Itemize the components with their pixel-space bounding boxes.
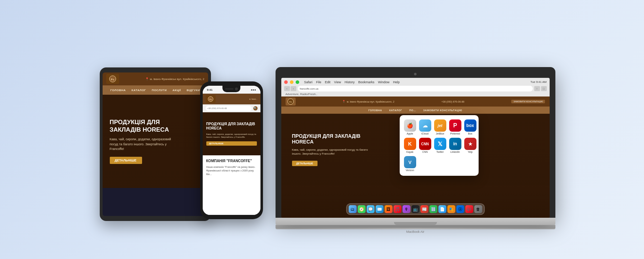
tablet-hero: ПРОДУКЦІЯ ДЛЯ ЗАКЛАДІВ HORECA Кава, чай,… [103, 95, 208, 188]
linkedin-label: LinkedIn [450, 151, 460, 153]
svg-text:Fc: Fc [111, 78, 114, 81]
tablet-menu-item-5[interactable]: ВІДГУКИ [187, 89, 200, 92]
safari-menu-edit[interactable]: Edit [325, 80, 331, 84]
phone-hero-text: Кава, чай, сиропи, додатки, одноразовий … [206, 133, 257, 139]
safari-menu-view[interactable]: View [334, 80, 341, 84]
laptop-menu-item-2[interactable]: КАТАЛОГ [389, 109, 402, 112]
tablet-screen: Fc 📍 м. Івано-Франківськ вул. Крайківськ… [103, 72, 208, 216]
phone-section2-title: КОМПАНІЯ "FRANCOFFE" [206, 159, 257, 163]
safari-topbar: Safari File Edit View History Bookmarks … [284, 79, 547, 85]
safari-url-input[interactable]: francoffe.com.ua [298, 86, 533, 91]
dropdown-icon-box[interactable]: box Box [464, 119, 476, 135]
phone-frame: 9:41 ●●● Fc м. Івано... [200, 81, 263, 219]
macbook-hinge-notch [394, 222, 437, 225]
icloud-icon: ☁ [419, 119, 431, 132]
yelp-label: Yelp [468, 151, 473, 153]
laptop-coffee-address: 📍 м. Івано-Франківськ вул. Крайківського… [342, 100, 394, 103]
browser-content: Fc 📍 м. Івано-Франківськ вул. Крайківськ… [281, 96, 550, 218]
twitter-icon: 𝕏 [434, 138, 446, 150]
tablet-menu-item-2[interactable]: КАТАЛОГ [132, 89, 146, 92]
dock-trash-icon[interactable]: 🗑 [474, 205, 482, 213]
safari-maximize-dot[interactable] [296, 80, 299, 84]
safari-menu-bookmarks[interactable]: Bookmarks [358, 80, 374, 84]
dropdown-icon-apple[interactable]: 🍎 Apple [404, 119, 416, 135]
phone-nav: Fc м. Івано... [203, 94, 260, 104]
safari-close-dot[interactable] [284, 80, 288, 84]
safari-menu-file[interactable]: File [316, 80, 321, 84]
dropdown-icon-kayak[interactable]: K Kayak [404, 138, 416, 153]
safari-menu-safari[interactable]: Safari [304, 80, 313, 84]
tablet-hero-button[interactable]: ДЕТАЛЬНІШЕ [110, 157, 142, 164]
laptop-hero-text: Кава, чай, сиропи, додатки, одноразовий … [292, 148, 371, 156]
dock-music-icon[interactable]: 🎵 [394, 205, 401, 213]
dock-itunes-icon[interactable]: 🎶 [465, 205, 473, 213]
svg-text:Fc: Fc [209, 98, 212, 100]
safari-menu-help[interactable]: Help [393, 80, 400, 84]
dock-pages-icon[interactable]: 📄 [438, 205, 446, 213]
phone-search-icon[interactable]: 🔍 [253, 106, 258, 110]
safari-forward-button[interactable]: › [291, 86, 296, 91]
pin-icon: 📍 [145, 77, 149, 81]
dock-finder-icon[interactable]: 🗂 [349, 205, 357, 213]
pinterest-label: Pinterest [450, 132, 460, 135]
tablet-logo: Fc [106, 74, 119, 84]
tablet-frame: Fc 📍 м. Івано-Франківськ вул. Крайківськ… [100, 67, 211, 221]
phone-hero-button[interactable]: ДЕТАЛЬНІШЕ [206, 141, 257, 146]
laptop-consult-button[interactable]: ЗАМОВИТИ КОНСУЛЬТАЦІЮ [511, 100, 545, 103]
safari-menu-history[interactable]: History [344, 80, 354, 84]
dropdown-icon-cnn[interactable]: CNN CNN [419, 138, 431, 153]
phone-camera [235, 88, 238, 90]
laptop-pin-icon: 📍 [342, 100, 345, 103]
macbook-camera [414, 73, 417, 75]
dock-numbers-icon[interactable]: 🔢 [429, 205, 437, 213]
cnn-label: CNN [422, 151, 428, 153]
tablet-menu-item-3[interactable]: ПОСЛУГИ [152, 89, 167, 92]
dock-safari-icon[interactable]: 🧭 [358, 205, 366, 213]
laptop-menu-item-3[interactable]: ПО... [409, 109, 416, 112]
phone-hero-title: ПРОДУКЦІЯ ДЛЯ ЗАКЛАДІВ HORECA [206, 122, 257, 131]
laptop-menu-item-4[interactable]: ЗАМОВИТИ КОНСУЛЬТАЦІЮ [423, 109, 462, 112]
dropdown-icon-verizon[interactable]: V Verizon [404, 156, 416, 171]
macbook-screen-wrapper: Safari File Edit View History Bookmarks … [276, 67, 555, 218]
phone-section2-text: Наша компанія "Francoffe" на ринку Івано… [206, 165, 257, 176]
tablet-menu-item-4[interactable]: АКЦІЇ [173, 89, 181, 92]
phone-url-input[interactable]: +38 (050) 876-06-88 [206, 106, 252, 111]
dock-mail-icon[interactable]: ✉️ [376, 205, 384, 213]
dock-keynote-icon[interactable]: 🎭 [447, 205, 455, 213]
safari-menu-window[interactable]: Window [378, 80, 389, 84]
dropdown-icon-pinterest[interactable]: P Pinterest [449, 119, 461, 135]
dock-appstore-icon[interactable]: Ⓐ [456, 205, 464, 213]
laptop-hero-button[interactable]: ДЕТАЛЬНІШЕ [292, 161, 318, 166]
safari-tab-button[interactable]: □ [541, 86, 547, 91]
safari-share-button[interactable]: ↑ [534, 86, 540, 91]
safari-chrome: Safari File Edit View History Bookmarks … [281, 78, 550, 96]
tablet-menu-bar: ГОЛОВНА КАТАЛОГ ПОСЛУГИ АКЦІЇ ВІДГУКИ [103, 85, 208, 95]
safari-back-button[interactable]: ‹ [284, 86, 290, 91]
dropdown-icon-icloud[interactable]: ☁ iCloud [419, 119, 431, 135]
dropdown-icon-jet[interactable]: jet JetBlue [434, 119, 446, 135]
dropdown-icon-twitter[interactable]: 𝕏 Twitter [434, 138, 446, 153]
twitter-label: Twitter [436, 151, 444, 153]
dropdown-icon-yelp[interactable]: ★ Yelp [464, 138, 476, 153]
dock-messages-icon[interactable]: 💬 [367, 205, 375, 213]
phone-content-section: КОМПАНІЯ "FRANCOFFE" Наша компанія "Fran… [203, 155, 260, 215]
linkedin-icon: in [449, 138, 461, 150]
dock-tv-icon[interactable]: 📺 [412, 205, 419, 213]
bookmark-adventure[interactable]: Adventure, Radio/Fresh.. [286, 93, 318, 96]
laptop-menu-item-1[interactable]: ГОЛОВНА [368, 109, 382, 112]
laptop-hero-title: ПРОДУКЦІЯ ДЛЯ ЗАКЛАДІВ HORECA [292, 133, 364, 145]
safari-minimize-dot[interactable] [290, 80, 293, 84]
tablet-address: 📍 м. Івано-Франківськ вул. Крайківського… [145, 77, 205, 81]
tablet-hero-title: ПРОДУКЦІЯ ДЛЯ ЗАКЛАДІВ HORECA [110, 119, 174, 133]
dock-photos-icon[interactable]: 🖼 [385, 205, 392, 213]
macbook-label: MacBook Air [276, 230, 555, 234]
box-label: Box [468, 132, 472, 135]
laptop-coffee-phone: +38 (050) 876-06-88 [441, 100, 464, 103]
phone-signal: ●●● [251, 88, 256, 91]
cnn-icon: CNN [419, 138, 431, 150]
dock-podcast-icon[interactable]: 🎙 [403, 205, 410, 213]
safari-dropdown: 🍎 Apple ☁ iCloud jet JetBlue [400, 115, 479, 176]
dropdown-icon-linkedin[interactable]: in LinkedIn [449, 138, 461, 153]
dock-news-icon[interactable]: 📰 [420, 205, 428, 213]
tablet-menu-item-1[interactable]: ГОЛОВНА [110, 89, 126, 92]
